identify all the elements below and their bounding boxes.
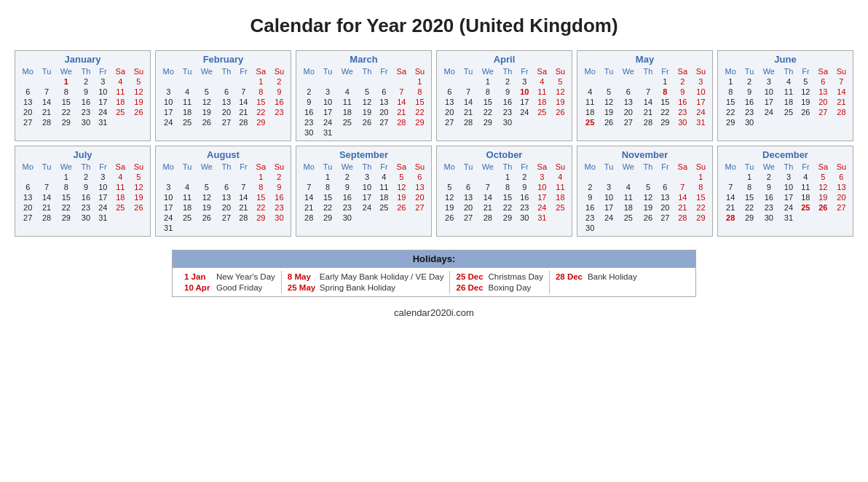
calendar-day: 23	[270, 202, 288, 213]
calendar-day	[600, 172, 617, 182]
calendar-day: 8	[252, 87, 270, 97]
calendar-day: 23	[77, 202, 95, 213]
month-name: February	[158, 54, 288, 65]
calendar-day: 3	[780, 172, 797, 182]
calendar-day: 3	[533, 172, 551, 182]
calendar-day: 6	[17, 87, 38, 97]
calendar-day	[358, 76, 376, 87]
calendar-day: 26	[130, 202, 148, 213]
calendar-day: 5	[130, 172, 148, 182]
calendar-day: 22	[692, 202, 710, 213]
calendar-day: 11	[618, 192, 639, 202]
calendar-day	[38, 172, 55, 182]
calendar-day: 24	[533, 202, 551, 213]
calendar-day: 8	[657, 87, 674, 97]
calendar-day: 11	[178, 97, 195, 107]
page-title: Calendar for Year 2020 (United Kingdom)	[15, 15, 853, 37]
calendar-day: 14	[38, 97, 55, 107]
calendar-day: 2	[336, 172, 358, 182]
calendar-day: 16	[270, 97, 288, 107]
calendar-day: 15	[477, 97, 499, 107]
calendar-day: 13	[17, 192, 38, 202]
holiday-row: 1 JanNew Year's Day	[184, 272, 275, 281]
calendar-day: 4	[178, 87, 195, 97]
calendar-day: 12	[600, 97, 617, 107]
calendar-day	[158, 76, 178, 87]
calendar-day: 6	[618, 87, 639, 97]
calendar-day: 28	[38, 213, 55, 223]
calendar-day: 21	[38, 107, 55, 117]
calendar-day: 24	[95, 202, 111, 213]
calendar-day: 12	[439, 192, 459, 202]
calendar-day	[178, 172, 195, 182]
calendar-day: 23	[336, 202, 358, 213]
calendar-day	[639, 172, 657, 182]
calendar-day	[196, 223, 218, 233]
calendar-day: 12	[392, 182, 411, 192]
calendar-day: 2	[270, 172, 288, 182]
calendar-day: 19	[358, 107, 376, 117]
calendar-day: 22	[55, 107, 77, 117]
calendar-day: 28	[38, 117, 55, 127]
calendar-day: 28	[832, 107, 851, 117]
calendar-day: 28	[459, 117, 476, 127]
footer: calendar2020i.com	[15, 307, 853, 318]
calendar-day	[411, 127, 429, 138]
calendar-day: 19	[439, 202, 459, 213]
calendar-day: 10	[95, 87, 111, 97]
calendar-day	[459, 172, 476, 182]
calendar-day: 29	[55, 117, 77, 127]
calendar-day: 24	[319, 117, 336, 127]
calendar-day: 6	[814, 76, 832, 87]
calendar-day: 7	[832, 76, 851, 87]
calendar-day: 26	[196, 213, 218, 223]
calendar-day: 16	[674, 97, 692, 107]
calendar-day: 7	[459, 87, 476, 97]
calendar-day: 17	[780, 192, 797, 202]
calendar-day	[319, 76, 336, 87]
calendar-day: 2	[516, 172, 533, 182]
calendar-day: 7	[38, 87, 55, 97]
month-july: JulyMoTuWeThFrSaSu1234567891011121314151…	[15, 146, 151, 237]
calendar-day: 23	[77, 107, 95, 117]
calendar-day: 14	[235, 192, 252, 202]
calendar-day: 11	[178, 192, 195, 202]
calendar-day: 30	[77, 117, 95, 127]
calendar-day: 30	[336, 213, 358, 223]
calendar-day: 18	[178, 107, 195, 117]
calendar-day: 3	[158, 182, 178, 192]
calendar-day: 13	[439, 97, 459, 107]
calendar-day: 1	[741, 172, 757, 182]
calendar-day: 16	[77, 97, 95, 107]
calendar-day	[336, 127, 358, 138]
calendar-day: 9	[499, 87, 516, 97]
calendar-day: 21	[639, 107, 657, 117]
calendar-day: 1	[657, 76, 674, 87]
month-name: May	[580, 54, 710, 65]
calendar-day: 19	[196, 107, 218, 117]
calendar-day	[376, 127, 392, 138]
calendar-day	[111, 117, 130, 127]
calendar-day: 8	[55, 87, 77, 97]
calendar-day: 21	[392, 107, 411, 117]
calendar-day: 9	[270, 182, 288, 192]
holiday-row: 26 DecBoxing Day	[456, 283, 542, 292]
calendar-day: 14	[392, 97, 411, 107]
holiday-name: Christmas Day	[488, 272, 542, 281]
calendar-day: 22	[477, 107, 499, 117]
calendar-day: 15	[252, 192, 270, 202]
calendar-day: 17	[533, 192, 551, 202]
calendar-day: 22	[411, 107, 429, 117]
calendar-day: 9	[336, 182, 358, 192]
calendar-day: 28	[235, 213, 252, 223]
calendar-day: 29	[720, 117, 741, 127]
calendar-day: 21	[235, 202, 252, 213]
calendar-day: 5	[392, 172, 411, 182]
calendar-day: 21	[38, 202, 55, 213]
calendar-day: 17	[516, 97, 533, 107]
calendar-day	[252, 223, 270, 233]
calendar-day: 2	[499, 76, 516, 87]
calendar-day: 28	[674, 213, 692, 223]
calendar-day: 24	[158, 117, 178, 127]
calendar-day: 31	[95, 117, 111, 127]
